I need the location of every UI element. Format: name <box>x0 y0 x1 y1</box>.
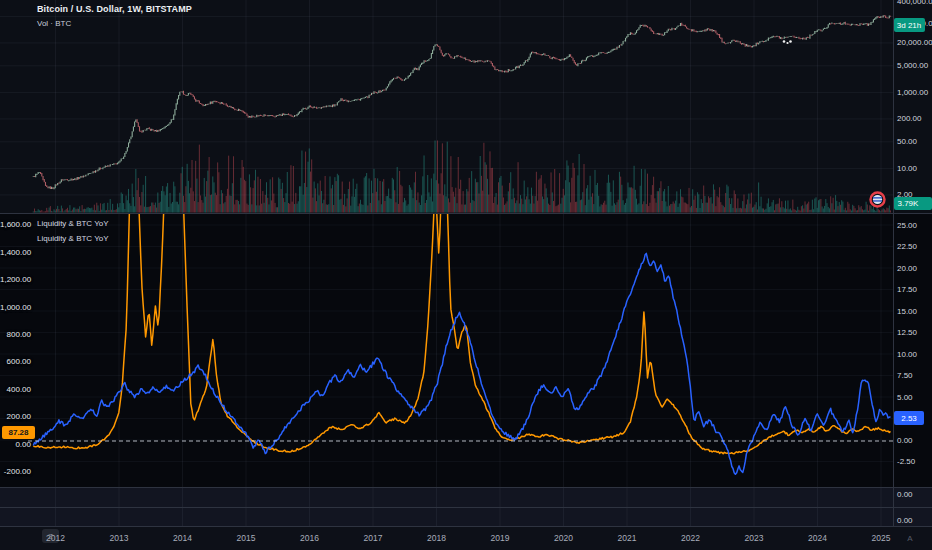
trading-chart-window: Bitcoin / U.S. Dollar, 1W, BITSTAMP Vol … <box>0 0 932 550</box>
logo-button[interactable]: Z <box>42 529 59 543</box>
chart-canvas[interactable] <box>0 0 932 550</box>
